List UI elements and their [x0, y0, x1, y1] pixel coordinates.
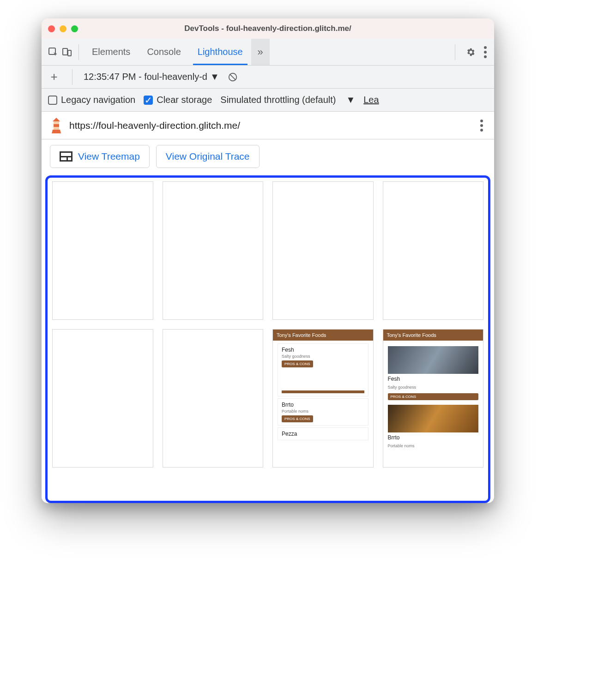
chevron-down-icon: ▼	[346, 95, 355, 105]
filmstrip-frame[interactable]: Tony's Favorite Foods Fesh Salty goodnes…	[383, 329, 484, 468]
new-report-button[interactable]: +	[47, 70, 61, 84]
lighthouse-icon	[50, 118, 63, 133]
view-original-trace-button[interactable]: View Original Trace	[156, 145, 260, 168]
button-label: View Original Trace	[166, 151, 250, 162]
thumbnail-image	[388, 405, 479, 432]
svg-rect-8	[54, 127, 59, 130]
separator	[79, 44, 79, 60]
more-tabs-button[interactable]: »	[251, 39, 270, 65]
throttling-label: Simulated throttling (default)	[220, 95, 336, 105]
filmstrip-frame[interactable]	[52, 329, 153, 468]
filmstrip-frame[interactable]: Tony's Favorite Foods Fesh Salty goodnes…	[272, 329, 374, 468]
main-toolbar: Elements Console Lighthouse »	[42, 39, 494, 66]
mini-card: Fesh Salty goodness PROS & CONS	[278, 343, 368, 396]
titlebar: DevTools - foul-heavenly-direction.glitc…	[42, 18, 494, 39]
settings-button[interactable]	[464, 45, 477, 59]
minimize-icon[interactable]	[60, 25, 66, 32]
checked-checkbox-icon: ✓	[144, 96, 153, 105]
close-icon[interactable]	[48, 25, 55, 32]
legacy-navigation-checkbox[interactable]: Legacy navigation	[48, 95, 135, 105]
filmstrip: Tony's Favorite Foods Fesh Salty goodnes…	[52, 181, 483, 468]
url-bar: https://foul-heavenly-direction.glitch.m…	[42, 112, 494, 139]
device-icon[interactable]	[60, 45, 74, 59]
panel-tabs: Elements Console Lighthouse	[84, 39, 251, 65]
clear-button[interactable]	[226, 70, 240, 84]
inspect-icon[interactable]	[46, 45, 60, 59]
svg-rect-2	[68, 50, 71, 56]
filmstrip-frame[interactable]	[383, 181, 484, 320]
clear-storage-checkbox[interactable]: ✓ Clear storage	[144, 95, 212, 105]
chevron-down-icon: ▼	[210, 72, 219, 82]
learn-more-link[interactable]: Lea	[363, 95, 379, 105]
tab-console[interactable]: Console	[139, 39, 189, 65]
report-toolbar: + 12:35:47 PM - foul-heavenly-d ▼	[42, 66, 494, 89]
zoom-icon[interactable]	[71, 25, 78, 32]
svg-rect-6	[54, 121, 59, 124]
window-controls	[48, 25, 78, 32]
button-label: View Treemap	[78, 151, 140, 162]
svg-rect-7	[54, 124, 59, 127]
tab-lighthouse[interactable]: Lighthouse	[189, 39, 251, 65]
filmstrip-frame[interactable]	[163, 181, 264, 320]
option-label: Legacy navigation	[61, 95, 135, 105]
gear-icon	[465, 47, 476, 57]
report-menu-button[interactable]	[477, 117, 486, 134]
separator	[72, 69, 72, 85]
plus-icon: +	[50, 70, 57, 84]
mini-card: Pezza	[278, 427, 368, 440]
chevron-right-double-icon: »	[258, 46, 263, 58]
report-label: 12:35:47 PM - foul-heavenly-d	[84, 72, 207, 82]
filmstrip-frame[interactable]	[163, 329, 264, 468]
option-label: Clear storage	[157, 95, 212, 105]
view-treemap-button[interactable]: View Treemap	[50, 145, 150, 168]
treemap-icon	[60, 151, 72, 162]
svg-marker-5	[53, 118, 60, 121]
report-dropdown[interactable]: 12:35:47 PM - foul-heavenly-d ▼	[84, 72, 219, 82]
filmstrip-frame[interactable]	[272, 181, 374, 320]
mini-header: Tony's Favorite Foods	[383, 330, 483, 341]
window-title: DevTools - foul-heavenly-direction.glitc…	[42, 24, 494, 33]
mini-header: Tony's Favorite Foods	[273, 330, 373, 341]
svg-rect-1	[63, 48, 67, 55]
kebab-menu-button[interactable]	[481, 43, 489, 61]
screenshot-thumbnail: Tony's Favorite Foods Fesh Salty goodnes…	[273, 330, 373, 467]
devtools-window: DevTools - foul-heavenly-direction.glitc…	[42, 18, 494, 503]
tab-elements[interactable]: Elements	[84, 39, 139, 65]
no-symbol-icon	[228, 72, 238, 82]
checkbox-icon	[48, 96, 57, 105]
separator	[455, 44, 455, 60]
thumbnail-image	[388, 346, 479, 374]
report-url: https://foul-heavenly-direction.glitch.m…	[69, 120, 471, 131]
filmstrip-frame[interactable]	[52, 181, 153, 320]
toolbar-right	[450, 43, 489, 61]
svg-line-4	[229, 74, 236, 80]
throttling-dropdown[interactable]: Simulated throttling (default) ▼	[220, 95, 355, 105]
screenshot-thumbnail: Tony's Favorite Foods Fesh Salty goodnes…	[383, 330, 483, 467]
options-bar: Legacy navigation ✓ Clear storage Simula…	[42, 89, 494, 112]
svg-marker-9	[52, 130, 61, 133]
action-buttons-row: View Treemap View Original Trace	[42, 139, 494, 171]
mini-card: Brrto Portable noms PROS & CONS	[278, 398, 368, 426]
filmstrip-highlight: Tony's Favorite Foods Fesh Salty goodnes…	[45, 175, 490, 503]
